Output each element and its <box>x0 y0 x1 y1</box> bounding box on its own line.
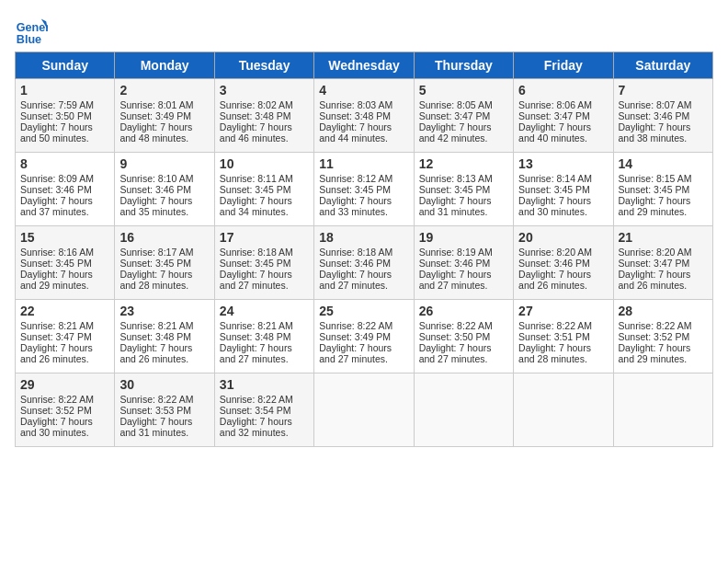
day-number: 6 <box>518 83 608 98</box>
daylight: Daylight: 7 hours and 42 minutes. <box>419 121 492 144</box>
day-number: 13 <box>518 156 608 171</box>
day-number: 17 <box>220 230 309 245</box>
sunset: Sunset: 3:52 PM <box>619 331 690 342</box>
sunset: Sunset: 3:46 PM <box>119 184 191 195</box>
header-cell-sunday: Sunday <box>16 52 115 79</box>
sunset: Sunset: 3:50 PM <box>419 331 491 342</box>
sunrise: Sunrise: 8:16 AM <box>20 247 94 258</box>
day-number: 14 <box>619 156 708 171</box>
sunset: Sunset: 3:46 PM <box>319 258 391 269</box>
day-number: 27 <box>518 304 608 318</box>
day-cell: 1Sunrise: 7:59 AMSunset: 3:50 PMDaylight… <box>16 79 115 153</box>
day-number: 19 <box>419 230 508 245</box>
day-cell: 16Sunrise: 8:17 AMSunset: 3:45 PMDayligh… <box>115 226 214 300</box>
sunrise: Sunrise: 8:20 AM <box>619 247 692 258</box>
sunset: Sunset: 3:49 PM <box>119 110 191 121</box>
sunset: Sunset: 3:48 PM <box>319 110 391 121</box>
week-row-1: 1Sunrise: 7:59 AMSunset: 3:50 PMDaylight… <box>16 79 713 153</box>
day-cell: 27Sunrise: 8:22 AMSunset: 3:51 PMDayligh… <box>514 300 613 373</box>
day-cell: 17Sunrise: 8:18 AMSunset: 3:45 PMDayligh… <box>214 226 313 300</box>
daylight: Daylight: 7 hours and 26 minutes. <box>619 269 691 291</box>
day-number: 23 <box>119 304 209 318</box>
daylight: Daylight: 7 hours and 34 minutes. <box>220 195 292 217</box>
day-cell: 20Sunrise: 8:20 AMSunset: 3:46 PMDayligh… <box>514 226 613 300</box>
day-cell: 12Sunrise: 8:13 AMSunset: 3:45 PMDayligh… <box>414 153 513 226</box>
day-number: 18 <box>319 230 408 245</box>
sunrise: Sunrise: 8:12 AM <box>319 173 392 184</box>
day-number: 4 <box>319 83 408 98</box>
day-number: 15 <box>20 230 109 245</box>
day-cell <box>414 373 513 447</box>
sunrise: Sunrise: 8:07 AM <box>619 99 692 110</box>
sunrise: Sunrise: 8:06 AM <box>518 99 592 110</box>
header-cell-saturday: Saturday <box>613 52 712 79</box>
day-number: 29 <box>20 377 109 392</box>
sunrise: Sunrise: 7:59 AM <box>20 99 94 110</box>
day-number: 5 <box>419 83 508 98</box>
sunrise: Sunrise: 8:01 AM <box>119 99 193 110</box>
daylight: Daylight: 7 hours and 29 minutes. <box>20 269 93 291</box>
sunset: Sunset: 3:45 PM <box>220 258 291 269</box>
sunset: Sunset: 3:51 PM <box>518 331 590 342</box>
daylight: Daylight: 7 hours and 29 minutes. <box>619 342 691 364</box>
header-cell-monday: Monday <box>115 52 214 79</box>
header-cell-tuesday: Tuesday <box>214 52 313 79</box>
day-number: 10 <box>220 156 309 171</box>
sunrise: Sunrise: 8:22 AM <box>319 320 392 331</box>
day-number: 7 <box>619 83 708 98</box>
sunrise: Sunrise: 8:14 AM <box>518 173 592 184</box>
calendar-header: SundayMondayTuesdayWednesdayThursdayFrid… <box>16 52 713 79</box>
sunset: Sunset: 3:48 PM <box>220 331 291 342</box>
sunset: Sunset: 3:48 PM <box>220 110 291 121</box>
day-cell <box>314 373 414 447</box>
daylight: Daylight: 7 hours and 31 minutes. <box>119 416 192 438</box>
day-cell: 22Sunrise: 8:21 AMSunset: 3:47 PMDayligh… <box>16 300 115 373</box>
header-cell-thursday: Thursday <box>414 52 513 79</box>
day-cell: 11Sunrise: 8:12 AMSunset: 3:45 PMDayligh… <box>314 153 414 226</box>
sunset: Sunset: 3:46 PM <box>619 110 690 121</box>
sunrise: Sunrise: 8:22 AM <box>20 394 94 405</box>
day-number: 2 <box>119 83 209 98</box>
header: General Blue <box>15 15 713 48</box>
day-cell: 19Sunrise: 8:19 AMSunset: 3:46 PMDayligh… <box>414 226 513 300</box>
day-cell: 2Sunrise: 8:01 AMSunset: 3:49 PMDaylight… <box>115 79 214 153</box>
sunset: Sunset: 3:47 PM <box>20 331 92 342</box>
day-cell: 10Sunrise: 8:11 AMSunset: 3:45 PMDayligh… <box>214 153 313 226</box>
day-number: 9 <box>119 156 209 171</box>
day-cell: 23Sunrise: 8:21 AMSunset: 3:48 PMDayligh… <box>115 300 214 373</box>
daylight: Daylight: 7 hours and 26 minutes. <box>20 342 93 364</box>
sunrise: Sunrise: 8:05 AM <box>419 99 493 110</box>
calendar-table: SundayMondayTuesdayWednesdayThursdayFrid… <box>15 52 713 447</box>
daylight: Daylight: 7 hours and 29 minutes. <box>619 195 691 217</box>
sunrise: Sunrise: 8:22 AM <box>518 320 592 331</box>
day-cell: 5Sunrise: 8:05 AMSunset: 3:47 PMDaylight… <box>414 79 513 153</box>
sunrise: Sunrise: 8:18 AM <box>220 247 293 258</box>
day-cell: 3Sunrise: 8:02 AMSunset: 3:48 PMDaylight… <box>214 79 313 153</box>
day-cell: 13Sunrise: 8:14 AMSunset: 3:45 PMDayligh… <box>514 153 613 226</box>
sunset: Sunset: 3:47 PM <box>619 258 690 269</box>
day-cell: 8Sunrise: 8:09 AMSunset: 3:46 PMDaylight… <box>16 153 115 226</box>
day-cell: 9Sunrise: 8:10 AMSunset: 3:46 PMDaylight… <box>115 153 214 226</box>
week-row-4: 22Sunrise: 8:21 AMSunset: 3:47 PMDayligh… <box>16 300 713 373</box>
day-number: 24 <box>220 304 309 318</box>
sunrise: Sunrise: 8:21 AM <box>119 320 193 331</box>
day-cell: 31Sunrise: 8:22 AMSunset: 3:54 PMDayligh… <box>214 373 313 447</box>
calendar-body: 1Sunrise: 7:59 AMSunset: 3:50 PMDaylight… <box>16 79 713 447</box>
sunrise: Sunrise: 8:21 AM <box>20 320 94 331</box>
daylight: Daylight: 7 hours and 48 minutes. <box>119 121 192 144</box>
daylight: Daylight: 7 hours and 38 minutes. <box>619 121 691 144</box>
logo-icon: General Blue <box>15 15 48 48</box>
daylight: Daylight: 7 hours and 40 minutes. <box>518 121 591 144</box>
daylight: Daylight: 7 hours and 30 minutes. <box>20 416 93 438</box>
sunrise: Sunrise: 8:11 AM <box>220 173 293 184</box>
sunset: Sunset: 3:46 PM <box>419 258 491 269</box>
sunset: Sunset: 3:45 PM <box>20 258 92 269</box>
daylight: Daylight: 7 hours and 26 minutes. <box>119 342 192 364</box>
day-cell: 24Sunrise: 8:21 AMSunset: 3:48 PMDayligh… <box>214 300 313 373</box>
svg-text:Blue: Blue <box>17 33 41 46</box>
week-row-2: 8Sunrise: 8:09 AMSunset: 3:46 PMDaylight… <box>16 153 713 226</box>
week-row-5: 29Sunrise: 8:22 AMSunset: 3:52 PMDayligh… <box>16 373 713 447</box>
daylight: Daylight: 7 hours and 27 minutes. <box>319 269 392 291</box>
sunset: Sunset: 3:53 PM <box>119 405 191 416</box>
sunset: Sunset: 3:46 PM <box>20 184 92 195</box>
